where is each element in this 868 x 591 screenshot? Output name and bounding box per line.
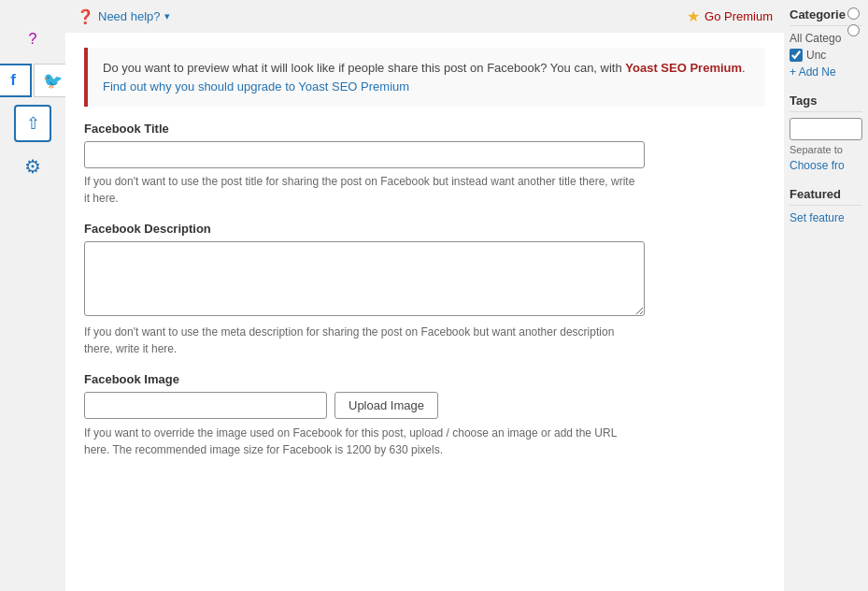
social-tabs: f 🐦 xyxy=(0,64,71,97)
facebook-image-label: Facebook Image xyxy=(84,372,765,386)
right-sidebar: Categorie All Catego Unc + Add Ne Tags S… xyxy=(784,0,868,591)
uncategorized-row: Unc xyxy=(790,49,862,62)
set-feature-link[interactable]: Set feature xyxy=(790,211,862,224)
share-icon: ⇧ xyxy=(26,113,40,134)
help-chevron-icon: ▾ xyxy=(164,10,170,22)
twitter-icon: 🐦 xyxy=(43,71,63,91)
radio-option-1[interactable] xyxy=(847,7,860,20)
main-content: ❓ Need help? ▾ ★ Go Premium Do you want … xyxy=(65,0,784,591)
help-label: Need help? xyxy=(98,9,161,23)
brand-name: Yoast SEO Premium xyxy=(625,61,742,75)
facebook-image-group: Facebook Image Upload Image If you want … xyxy=(84,372,765,458)
go-premium-link[interactable]: ★ Go Premium xyxy=(687,7,773,25)
facebook-description-group: Facebook Description If you don't want t… xyxy=(84,222,765,357)
top-bar: ❓ Need help? ▾ ★ Go Premium xyxy=(65,0,784,33)
radio-row-1 xyxy=(847,7,862,20)
choose-from-tags-link[interactable]: Choose fro xyxy=(790,159,862,172)
share-button[interactable]: ⇧ xyxy=(14,105,51,142)
content-area: Do you want to preview what it will look… xyxy=(65,33,784,488)
left-sidebar: ? f 🐦 ⇧ ⚙ xyxy=(0,0,65,591)
info-text-after: . xyxy=(742,61,746,75)
add-new-category-link[interactable]: + Add Ne xyxy=(790,65,862,79)
facebook-title-hint: If you don't want to use the post title … xyxy=(84,173,635,207)
facebook-description-hint: If you don't want to use the meta descri… xyxy=(84,324,635,357)
radio-option-2[interactable] xyxy=(847,24,860,36)
settings-button[interactable]: ⚙ xyxy=(16,150,50,183)
facebook-description-input[interactable] xyxy=(84,241,645,316)
featured-title: Featured xyxy=(790,187,862,206)
info-box: Do you want to preview what it will look… xyxy=(84,48,765,107)
uncategorized-label: Unc xyxy=(806,49,826,62)
tags-section: Tags Separate to Choose fro xyxy=(790,94,862,172)
question-icon: ? xyxy=(29,31,37,48)
image-url-input[interactable] xyxy=(84,392,327,419)
help-question-icon: ❓ xyxy=(77,8,94,25)
upload-image-button[interactable]: Upload Image xyxy=(334,392,438,419)
go-premium-label: Go Premium xyxy=(704,9,773,23)
info-text-before: Do you want to preview what it will look… xyxy=(103,61,625,75)
tags-hint: Separate to xyxy=(790,144,862,155)
uncategorized-checkbox[interactable] xyxy=(790,49,803,62)
facebook-title-label: Facebook Title xyxy=(84,122,765,136)
radio-group xyxy=(847,7,862,39)
tags-title: Tags xyxy=(790,94,862,112)
facebook-icon: f xyxy=(10,71,16,90)
radio-row-2 xyxy=(847,24,862,36)
help-link[interactable]: ❓ Need help? ▾ xyxy=(77,8,170,25)
star-icon: ★ xyxy=(687,7,700,25)
facebook-description-label: Facebook Description xyxy=(84,222,765,236)
facebook-title-group: Facebook Title If you don't want to use … xyxy=(84,122,765,207)
upgrade-link[interactable]: Find out why you should upgrade to Yoast… xyxy=(103,79,409,94)
gear-icon: ⚙ xyxy=(24,155,41,178)
tab-facebook[interactable]: f xyxy=(0,64,32,97)
facebook-image-hint: If you want to override the image used o… xyxy=(84,425,635,458)
featured-section: Featured Set feature xyxy=(790,187,862,224)
facebook-title-input[interactable] xyxy=(84,141,645,168)
question-button[interactable]: ? xyxy=(16,22,50,56)
image-upload-row: Upload Image xyxy=(84,392,765,419)
tags-input[interactable] xyxy=(790,118,862,140)
